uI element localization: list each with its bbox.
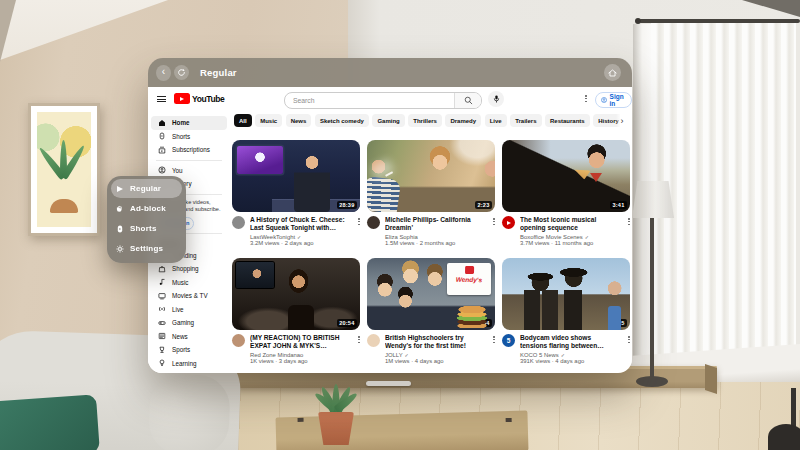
shorts-icon (116, 225, 124, 233)
sidebar-item-home[interactable]: Home (151, 116, 227, 130)
chip-thrillers[interactable]: Thrillers (408, 114, 442, 127)
video-menu-icon[interactable] (628, 336, 630, 343)
search-input[interactable] (285, 93, 454, 108)
duration-badge: 3:41 (610, 201, 627, 209)
menu-hamburger-icon[interactable] (157, 96, 166, 102)
video-thumbnail[interactable]: Wendy's 11:34 (367, 258, 495, 330)
search-icon (464, 96, 473, 105)
hand-stop-icon (116, 205, 124, 213)
channel-avatar[interactable] (367, 216, 380, 229)
voice-search-button[interactable] (488, 91, 504, 107)
youtube-logo[interactable]: YouTube (174, 93, 224, 104)
lightbulb-icon (158, 359, 166, 367)
chips-scroll-right-icon[interactable]: › (616, 114, 628, 127)
channel-name[interactable]: LastWeekTonight✓ (250, 234, 346, 240)
window-drag-bar[interactable] (366, 381, 411, 386)
sidebar-item-you[interactable]: You (148, 164, 230, 178)
category-chips: All Music News Sketch comedy Gaming Thri… (234, 114, 620, 128)
channel-avatar[interactable]: 5 (502, 334, 515, 347)
chip-news[interactable]: News (286, 114, 312, 127)
duration-badge: 20:54 (337, 319, 357, 327)
duration-badge: 28:39 (337, 201, 357, 209)
wall-art-frame (28, 103, 100, 236)
video-thumbnail[interactable]: 2:55 (502, 258, 630, 330)
video-thumbnail[interactable]: 2:23 (367, 140, 495, 212)
search-button[interactable] (454, 93, 481, 108)
chip-restaurants[interactable]: Restaurants (545, 114, 590, 127)
home-button[interactable] (604, 64, 621, 81)
sidebar-item-music[interactable]: Music (148, 276, 230, 290)
video-title[interactable]: Bodycam video shows tensions flaring bet… (520, 334, 616, 350)
chip-trailers[interactable]: Trailers (510, 114, 541, 127)
plant-illustration (37, 112, 91, 227)
home-icon (607, 68, 618, 78)
video-menu-icon[interactable] (628, 218, 630, 225)
trophy-icon (158, 346, 166, 354)
chip-dramedy[interactable]: Dramedy (445, 114, 481, 127)
video-menu-icon[interactable] (493, 218, 495, 225)
channel-name[interactable]: Boxoffice Movie Scenes✓ (520, 234, 616, 240)
video-menu-icon[interactable] (358, 336, 360, 343)
settings-gear-icon (116, 245, 124, 253)
sidebar-item-news[interactable]: News (148, 330, 230, 344)
window-titlebar[interactable]: ‹ Regular (148, 58, 632, 87)
shorts-icon (158, 132, 166, 140)
video-meta: 1.5M views · 2 months ago (385, 240, 481, 246)
channel-avatar[interactable] (502, 216, 515, 229)
channel-name[interactable]: Eliza Sophia (385, 234, 481, 240)
sidebar-item-shopping[interactable]: Shopping (148, 262, 230, 276)
youtube-brand-text: YouTube (192, 94, 224, 104)
video-thumbnail[interactable]: 20:54 (232, 258, 360, 330)
live-signal-icon (158, 305, 166, 313)
channel-avatar[interactable] (367, 334, 380, 347)
newspaper-icon (158, 332, 166, 340)
video-card: Wendy's 11:34 British Highschoolers try … (367, 258, 495, 364)
chip-gaming[interactable]: Gaming (372, 114, 404, 127)
sidebar-item-gaming[interactable]: Gaming (148, 316, 230, 330)
microphone-icon (492, 94, 501, 104)
channel-name[interactable]: JOLLY✓ (385, 352, 481, 358)
search-box[interactable] (284, 92, 482, 109)
video-title[interactable]: (MY REACTION) TO BRITISH EXPAT JOHN & MY… (250, 334, 346, 350)
signin-button[interactable]: Sign in (595, 92, 632, 108)
chip-all[interactable]: All (234, 114, 252, 127)
subscriptions-icon (158, 146, 166, 154)
video-menu-icon[interactable] (493, 336, 495, 343)
video-title[interactable]: Michelle Phillips- California Dreamin' (385, 216, 481, 232)
video-thumbnail[interactable]: 3:41 (502, 140, 630, 212)
channel-name[interactable]: Red Zone Mindanao (250, 352, 346, 358)
potted-plant (300, 372, 372, 448)
green-pillow (0, 394, 100, 450)
sidebar-item-live[interactable]: Live (148, 303, 230, 317)
sidebar-item-shorts[interactable]: Shorts (148, 130, 230, 144)
channel-avatar[interactable] (232, 216, 245, 229)
header-more-icon[interactable] (585, 95, 587, 102)
mode-item-regular[interactable]: Regular (111, 179, 182, 198)
sidebar-item-movies-tv[interactable]: Movies & TV (148, 289, 230, 303)
channel-name[interactable]: KOCO 5 News✓ (520, 352, 616, 358)
floor-lamp-base (636, 376, 668, 387)
video-meta: 3.2M views · 2 days ago (250, 240, 346, 246)
sidebar-item-subscriptions[interactable]: Subscriptions (148, 143, 230, 157)
mode-item-adblock[interactable]: Ad-block (111, 199, 182, 218)
video-menu-icon[interactable] (358, 218, 360, 225)
video-meta: 391K views · 4 days ago (520, 358, 616, 364)
sidebar-divider (156, 160, 222, 161)
chip-live[interactable]: Live (485, 114, 507, 127)
chip-sketch-comedy[interactable]: Sketch comedy (315, 114, 369, 127)
chip-music[interactable]: Music (255, 114, 282, 127)
channel-avatar[interactable] (232, 334, 245, 347)
video-title[interactable]: The Most iconic musical opening sequence (520, 216, 616, 232)
back-button[interactable]: ‹ (156, 65, 171, 81)
sidebar-item-learning[interactable]: Learning (148, 357, 230, 371)
refresh-button[interactable] (174, 65, 189, 80)
video-title[interactable]: A History of Chuck E. Cheese: Last Squea… (250, 216, 346, 232)
tv-icon (158, 292, 166, 300)
video-title[interactable]: British Highschoolers try Wendy's for th… (385, 334, 481, 350)
floor-lamp-pole (650, 218, 654, 380)
mode-item-shorts[interactable]: Shorts (111, 219, 182, 238)
mode-item-settings[interactable]: Settings (111, 239, 182, 258)
sidebar-item-sports[interactable]: Sports (148, 343, 230, 357)
video-meta: 1M views · 4 days ago (385, 358, 481, 364)
video-thumbnail[interactable]: 28:39 (232, 140, 360, 212)
